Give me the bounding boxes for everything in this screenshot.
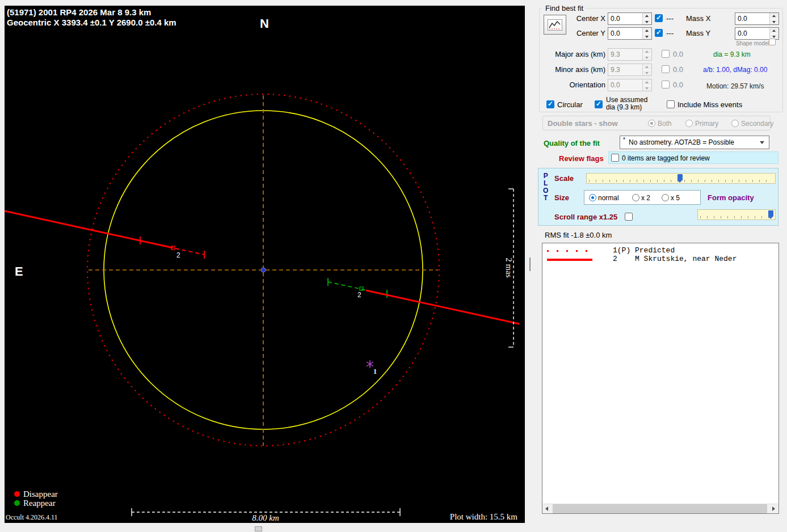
double-stars-secondary-label: Secondary [741, 120, 773, 128]
double-stars-title: Double stars - show [548, 119, 618, 128]
form-opacity-slider[interactable] [697, 209, 776, 220]
minor-axis-value: 9.3 [611, 66, 620, 74]
quality-value: No astrometry. AOTA2B = Possible [629, 138, 734, 146]
plot-title-line1: (51971) 2001 RP4 2026 Mar 8 9.3 km [7, 7, 151, 17]
circular-label: Circular [557, 100, 583, 109]
orientation-err-checkbox[interactable] [662, 81, 670, 88]
minor-axis-err-checkbox[interactable] [662, 65, 670, 73]
include-miss-label: Include Miss events [677, 100, 742, 109]
review-flags-checkbox[interactable] [611, 154, 619, 162]
legend-disappear-dot [14, 491, 20, 497]
observations-list[interactable]: 1(P) Predicted 2 M Skrutskie, near Neder [542, 243, 779, 514]
size-label: Size [554, 193, 569, 202]
reappear-marker-label: 2 [357, 291, 361, 299]
shape-model-checkbox[interactable] [769, 39, 776, 45]
mass-x-down[interactable] [770, 19, 778, 25]
size-normal-radio[interactable] [589, 194, 596, 201]
quality-of-fit-combo[interactable]: * No astrometry. AOTA2B = Possible [620, 136, 769, 149]
major-axis-spinner: 9.3 [608, 48, 652, 61]
center-y-spinner[interactable]: 0.0 [608, 27, 652, 40]
shape-model-label: Shape model [736, 40, 769, 47]
orientation-label: Orientation [552, 81, 605, 89]
scale-slider[interactable] [586, 173, 776, 184]
link-y-checkbox[interactable] [655, 29, 663, 37]
occultation-plot[interactable]: 2 2 1 2 mas 8.00 km (51971) 2001 RP4 202… [5, 6, 525, 523]
center-y-label: Center Y [569, 29, 605, 37]
mass-y-spinner[interactable]: 0.0 [735, 27, 779, 40]
mass-y-value[interactable]: 0.0 [738, 29, 747, 37]
double-stars-primary-label: Primary [695, 120, 718, 128]
review-flags-text: 0 items are tagged for review [622, 154, 710, 162]
size-x5-label: x 5 [671, 194, 680, 202]
mass-x-value[interactable]: 0.0 [738, 15, 747, 23]
scroll-left-arrow-icon[interactable] [542, 504, 552, 513]
center-y-up[interactable] [643, 28, 651, 34]
disappear-marker-label: 2 [176, 251, 180, 259]
use-assumed-line2: dia (9.3 km) [606, 103, 642, 111]
axis-ratio-text: a/b: 1.00, dMag: 0.00 [703, 66, 767, 74]
north-label: N [260, 16, 269, 31]
review-flags-strip: 0 items are tagged for review [608, 151, 778, 164]
minor-axis-label: Minor axis (km) [552, 65, 605, 74]
form-opacity-slider-thumb[interactable] [768, 210, 773, 217]
list-item-predicted[interactable]: 1(P) Predicted [542, 246, 778, 255]
mass-x-spinner[interactable]: 0.0 [735, 12, 779, 25]
mass-y-up[interactable] [770, 28, 778, 34]
scrollbar-thumb[interactable] [553, 504, 767, 513]
size-x5-radio[interactable] [662, 194, 669, 201]
scale-slider-thumb[interactable] [677, 174, 683, 180]
quality-of-fit-label: Quality of the fit [544, 139, 600, 147]
use-assumed-dia-checkbox[interactable] [595, 100, 603, 108]
run-fit-button[interactable] [544, 15, 566, 35]
circular-checkbox[interactable] [546, 100, 554, 108]
scroll-range-label: Scroll range x1.25 [554, 213, 617, 221]
link-x-checkbox[interactable] [655, 14, 663, 22]
center-x-label: Center X [569, 14, 605, 23]
major-axis-value: 9.3 [611, 50, 620, 58]
double-stars-both-radio [648, 120, 655, 127]
center-dot [261, 268, 266, 272]
plot-canvas: 2 2 1 2 mas 8.00 km (51971) 2001 RP4 202… [5, 6, 525, 523]
fit-control-panel: Find best fit Center X 0.0 --- Mass X 0.… [537, 0, 787, 532]
find-best-fit-group: Find best fit Center X 0.0 --- Mass X 0.… [539, 8, 783, 112]
size-x2-radio[interactable] [632, 194, 639, 201]
form-opacity-slider-ticks [700, 216, 773, 218]
east-label: E [15, 264, 23, 278]
diameter-text: dia = 9.3 km [713, 50, 751, 58]
fit-chart-icon [548, 19, 562, 31]
review-flags-label: Review flags [559, 154, 604, 163]
center-x-value[interactable]: 0.0 [611, 15, 620, 23]
resize-grip[interactable] [255, 526, 262, 531]
include-miss-checkbox[interactable] [667, 100, 675, 108]
double-stars-group: Double stars - show Both Primary Seconda… [542, 116, 771, 130]
link-y-dashes: --- [666, 29, 674, 37]
observation-text: 2 M Skrutskie, near Neder [613, 255, 737, 263]
size-normal-label: normal [598, 194, 619, 202]
use-assumed-dia-label: Use assumed dia (9.3 km) [606, 96, 647, 111]
mass-x-label: Mass X [686, 14, 710, 23]
list-horizontal-scrollbar[interactable] [542, 504, 778, 513]
plot-letter-t: T [543, 195, 548, 202]
size-options-box: normal x 2 x 5 [584, 190, 701, 205]
mass-x-up[interactable] [770, 13, 778, 19]
scroll-range-checkbox[interactable] [625, 213, 633, 221]
minor-axis-spinner: 9.3 [608, 64, 652, 76]
rms-fit-label: RMS fit -1.8 ±0.0 km [545, 231, 612, 239]
form-opacity-label: Form opacity [708, 193, 754, 202]
list-item-observation[interactable]: 2 M Skrutskie, near Neder [542, 255, 778, 264]
legend-reappear-dot [14, 500, 20, 506]
double-stars-secondary-radio [731, 120, 739, 127]
plot-width-label: Plot width: 15.5 km [450, 512, 518, 521]
scroll-right-arrow-icon[interactable] [769, 504, 778, 513]
mass-y-label: Mass Y [686, 29, 710, 37]
find-best-fit-title: Find best fit [543, 4, 586, 12]
center-y-value[interactable]: 0.0 [611, 29, 620, 37]
center-x-spinner[interactable]: 0.0 [608, 12, 652, 25]
splitter-handle[interactable] [529, 257, 531, 271]
center-x-down[interactable] [643, 19, 651, 25]
major-axis-err-checkbox[interactable] [662, 50, 670, 58]
predicted-text: 1(P) Predicted [613, 246, 675, 255]
predicted-line-swatch [547, 250, 592, 252]
center-x-up[interactable] [643, 13, 651, 19]
center-y-down[interactable] [643, 34, 651, 40]
